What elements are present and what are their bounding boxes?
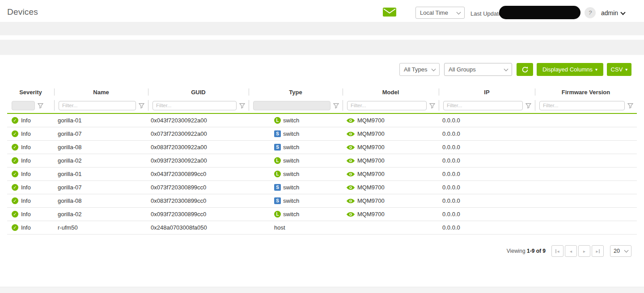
username-label: admin xyxy=(601,9,618,17)
page-size-select[interactable]: 20 xyxy=(610,245,631,257)
column-header-ip[interactable]: IP xyxy=(439,86,535,98)
chevron-down-icon xyxy=(624,248,629,253)
severity-ok-icon: ✓ xyxy=(12,130,18,137)
next-arrow-icon: ▸ xyxy=(596,249,598,254)
nvidia-eye-icon xyxy=(346,131,355,137)
filter-funnel-icon[interactable] xyxy=(429,103,435,109)
column-header-name[interactable]: Name xyxy=(54,86,148,98)
timezone-value: Local Time xyxy=(420,9,448,16)
refresh-button[interactable] xyxy=(517,63,533,76)
device-ip: 0.0.0.0 xyxy=(442,117,460,124)
displayed-columns-label: Displayed Columns xyxy=(542,66,593,73)
device-model: MQM9700 xyxy=(357,117,385,124)
help-icon[interactable]: ? xyxy=(585,7,596,18)
type-filter-input[interactable] xyxy=(253,101,330,110)
filter-cell-name xyxy=(54,98,148,113)
severity-label: Info xyxy=(21,171,31,177)
firmware-filter-input[interactable] xyxy=(539,101,625,110)
device-row[interactable]: ✓ Info gorilla-07 0x073f720300899cc0 S s… xyxy=(7,181,637,194)
device-name: gorilla-08 xyxy=(58,197,81,204)
device-type-label: switch xyxy=(283,157,299,164)
severity-ok-icon: ✓ xyxy=(12,157,18,164)
column-header-severity[interactable]: Severity xyxy=(7,86,54,98)
filter-funnel-icon[interactable] xyxy=(333,103,339,109)
check-icon: ✓ xyxy=(13,212,17,217)
group-filter-select[interactable]: All Groups xyxy=(444,63,512,76)
device-ip: 0.0.0.0 xyxy=(442,171,460,177)
device-row[interactable]: ✓ Info gorilla-02 0x093f720300899cc0 L s… xyxy=(7,208,637,221)
first-page-button[interactable]: ◂ xyxy=(551,245,564,257)
filter-funnel-icon[interactable] xyxy=(139,103,144,109)
check-icon: ✓ xyxy=(13,145,17,150)
column-header-firmware[interactable]: Firmware Version xyxy=(535,86,637,98)
device-type-label: switch xyxy=(283,117,299,124)
device-row[interactable]: ✓ Info gorilla-01 0x043f720300922a00 L s… xyxy=(7,113,637,127)
guid-filter-input[interactable] xyxy=(153,101,237,110)
user-menu[interactable]: admin xyxy=(601,9,625,17)
column-header-guid[interactable]: GUID xyxy=(148,86,249,98)
severity-ok-icon: ✓ xyxy=(12,197,18,204)
page-size-value: 20 xyxy=(614,248,620,254)
filter-cell-guid xyxy=(148,98,249,113)
device-guid: 0x093f720300922a00 xyxy=(151,157,207,164)
device-name: gorilla-02 xyxy=(58,157,81,164)
mail-icon[interactable] xyxy=(383,8,396,17)
device-row[interactable]: ✓ Info r-ufm50 0x248a0703008fa050 host 0… xyxy=(7,221,637,234)
device-name: gorilla-01 xyxy=(58,171,81,177)
chevron-down-icon xyxy=(432,67,436,71)
pagination-buttons: ◂ ◂ ▸ ▸ xyxy=(551,245,604,257)
displayed-columns-button[interactable]: Displayed Columns ▾ xyxy=(537,63,603,76)
filter-funnel-icon[interactable] xyxy=(38,103,43,109)
device-name: gorilla-08 xyxy=(58,144,81,151)
device-ip: 0.0.0.0 xyxy=(442,157,460,164)
filter-funnel-icon[interactable] xyxy=(525,103,531,109)
table-filter-row xyxy=(7,98,637,113)
device-type-label: host xyxy=(274,224,285,231)
device-row[interactable]: ✓ Info gorilla-01 0x043f720300899cc0 L s… xyxy=(7,167,637,181)
type-filter-value: All Types xyxy=(404,66,428,73)
device-row[interactable]: ✓ Info gorilla-08 0x083f720300899cc0 S s… xyxy=(7,194,637,208)
nvidia-eye-icon xyxy=(346,158,355,163)
device-name: r-ufm50 xyxy=(58,224,78,231)
device-row[interactable]: ✓ Info gorilla-07 0x073f720300922a00 S s… xyxy=(7,127,637,141)
device-row[interactable]: ✓ Info gorilla-08 0x083f720300922a00 S s… xyxy=(7,141,637,154)
type-badge: L xyxy=(274,117,281,124)
type-filter-select[interactable]: All Types xyxy=(399,63,440,76)
check-icon: ✓ xyxy=(13,172,17,176)
last-page-button[interactable]: ▸ xyxy=(592,245,604,257)
check-icon: ✓ xyxy=(13,225,17,230)
filter-funnel-icon[interactable] xyxy=(627,103,633,109)
device-ip: 0.0.0.0 xyxy=(442,211,460,218)
device-name: gorilla-02 xyxy=(58,211,81,218)
device-model: MQM9700 xyxy=(357,171,385,177)
type-badge: S xyxy=(274,184,281,191)
filter-funnel-icon[interactable] xyxy=(239,103,245,109)
group-filter-value: All Groups xyxy=(449,66,476,73)
name-filter-input[interactable] xyxy=(59,101,136,110)
severity-ok-icon: ✓ xyxy=(12,144,18,151)
prev-arrow-icon: ◂ xyxy=(557,249,559,254)
csv-export-button[interactable]: CSV ▾ xyxy=(607,63,631,76)
device-row[interactable]: ✓ Info gorilla-02 0x093f720300922a00 L s… xyxy=(7,154,637,167)
device-type-label: switch xyxy=(283,130,299,137)
model-filter-input[interactable] xyxy=(347,101,427,110)
column-header-model[interactable]: Model xyxy=(343,86,439,98)
filter-cell-firmware xyxy=(535,98,637,113)
check-icon: ✓ xyxy=(13,118,17,123)
footer-strip xyxy=(0,287,644,293)
device-model: MQM9700 xyxy=(357,157,385,164)
type-badge: S xyxy=(274,144,281,151)
next-page-button[interactable]: ▸ xyxy=(578,245,590,257)
device-table-body: ✓ Info gorilla-01 0x043f720300922a00 L s… xyxy=(7,113,637,234)
column-header-type[interactable]: Type xyxy=(249,86,343,98)
device-model: MQM9700 xyxy=(357,184,385,191)
device-guid: 0x093f720300899cc0 xyxy=(151,211,206,218)
prev-page-button[interactable]: ◂ xyxy=(565,245,577,257)
ip-filter-input[interactable] xyxy=(443,101,523,110)
severity-filter-input[interactable] xyxy=(12,101,35,110)
severity-label: Info xyxy=(21,117,31,124)
timezone-select[interactable]: Local Time xyxy=(415,7,465,19)
devices-table: Severity Name GUID Type Model IP Firmwar… xyxy=(7,86,637,234)
page-title: Devices xyxy=(7,7,38,17)
severity-ok-icon: ✓ xyxy=(12,211,18,218)
